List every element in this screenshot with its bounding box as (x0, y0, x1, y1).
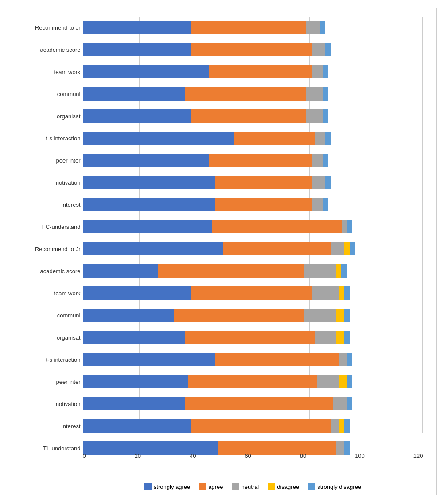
bar-segment (315, 132, 325, 145)
bar-segment (312, 198, 323, 211)
bar-segment (191, 109, 307, 123)
bar-stack (83, 309, 350, 322)
bar-row: interest (83, 194, 423, 215)
bar-segment (336, 264, 341, 278)
bar-segment (325, 132, 331, 145)
x-tick: 100 (355, 453, 365, 459)
bar-segment (333, 397, 347, 410)
bar-segment (344, 309, 350, 322)
bar-segment (347, 353, 352, 366)
bar-segment (83, 43, 191, 56)
bar-segment (83, 21, 191, 34)
bar-row: communi (83, 84, 423, 104)
bar-segment (325, 176, 331, 189)
bar-label: communi (14, 312, 81, 319)
bar-stack (83, 331, 350, 344)
legend-label: disagree (277, 484, 299, 490)
bar-segment (83, 176, 215, 189)
bar-segment (350, 242, 355, 255)
chart-container: Recommend to Jracademic scoreteam workco… (12, 8, 437, 495)
bar-segment (191, 43, 312, 56)
bar-segment (223, 242, 331, 255)
bar-label: t-s interaction (14, 356, 81, 363)
legend-label: agree (208, 484, 223, 490)
bar-segment (185, 331, 315, 344)
bar-segment (323, 154, 328, 167)
bar-segment (331, 419, 339, 433)
bar-segment (191, 286, 312, 300)
bar-segment (325, 43, 331, 56)
bar-segment (209, 65, 312, 78)
bar-segment (312, 43, 325, 56)
bar-segment (323, 198, 328, 211)
bar-row: t-s interaction (83, 128, 423, 148)
bar-label: interest (14, 423, 81, 429)
legend-label: strongly disagree (317, 484, 361, 490)
bar-stack (83, 21, 325, 34)
bar-row: motivation (83, 172, 423, 193)
bar-segment (339, 419, 344, 433)
bar-stack (83, 87, 328, 101)
bar-segment (315, 331, 336, 344)
bar-segment (323, 87, 328, 101)
bar-segment (83, 419, 191, 433)
bar-segment (191, 21, 307, 34)
bar-segment (344, 286, 350, 300)
bar-segment (312, 286, 339, 300)
bar-row: academic score (83, 39, 423, 60)
bar-segment (215, 176, 312, 189)
bar-stack (83, 132, 331, 145)
legend-color-box (199, 483, 206, 490)
bar-segment (312, 154, 323, 167)
x-tick: 20 (135, 453, 141, 459)
bar-segment (83, 264, 158, 278)
bar-segment (83, 109, 191, 123)
bar-segment (347, 220, 352, 233)
bar-row: motivation (83, 394, 423, 414)
bar-stack (83, 353, 352, 366)
bar-segment (83, 132, 234, 145)
bar-segment (347, 375, 352, 388)
bar-label: t-s interaction (14, 135, 81, 142)
bar-stack (83, 109, 328, 123)
bar-segment (185, 87, 307, 101)
bar-label: interest (14, 201, 81, 208)
bar-segment (83, 154, 210, 167)
bar-label: peer inter (14, 379, 81, 385)
bar-segment (188, 375, 317, 388)
bar-segment (83, 309, 175, 322)
bar-segment (83, 87, 185, 101)
bar-row: communi (83, 305, 423, 325)
bar-label: communi (14, 91, 81, 97)
bar-stack (83, 242, 355, 255)
bar-row: FC-understand (83, 217, 423, 237)
bar-segment (191, 419, 331, 433)
legend-item: agree (199, 483, 223, 490)
bar-row: interest (83, 416, 423, 436)
x-tick: 40 (190, 453, 196, 459)
bar-stack (83, 264, 347, 278)
bar-segment (215, 353, 339, 366)
bar-segment (83, 331, 185, 344)
bars-section: Recommend to Jracademic scoreteam workco… (83, 17, 423, 433)
bar-stack (83, 419, 350, 433)
bar-stack (83, 220, 352, 233)
bar-segment (344, 419, 350, 433)
bar-segment (234, 132, 315, 145)
bar-segment (323, 109, 328, 123)
bar-segment (342, 220, 347, 233)
bar-label: organisat (14, 113, 81, 120)
bar-segment (306, 87, 323, 101)
bar-row: organisat (83, 327, 423, 348)
bar-stack (83, 154, 328, 167)
bar-segment (347, 397, 352, 410)
bar-segment (83, 65, 210, 78)
bar-segment (339, 375, 347, 388)
bar-segment (83, 353, 215, 366)
bar-stack (83, 198, 328, 211)
bar-label: organisat (14, 334, 81, 341)
bar-segment (336, 309, 344, 322)
bar-label: TL-understand (14, 445, 81, 452)
bar-label: team work (14, 69, 81, 75)
legend-color-box (268, 483, 275, 490)
